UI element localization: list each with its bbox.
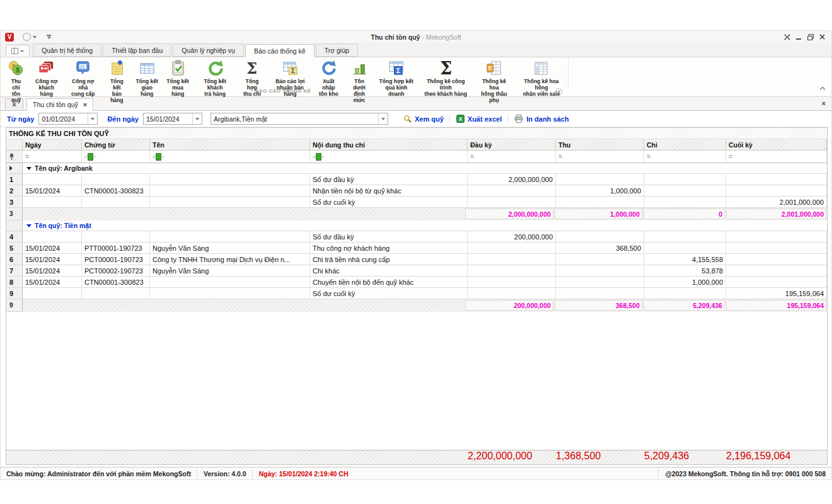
cell-ngay[interactable] [23,174,82,185]
cell-chi[interactable] [644,288,726,299]
group-header-cell[interactable]: Tên quỹ: Tiền mặt [23,220,827,231]
cell-dauky[interactable] [468,185,556,197]
cell-thu[interactable] [556,174,644,185]
cell-cuoiky[interactable]: 2,001,000,000 [726,197,827,208]
autofilter-cell-cuoiky[interactable]: = [726,151,827,163]
menu-tab-quan-tri-he-thong[interactable]: Quản trị hệ thống [33,43,101,57]
cell-cuoiky[interactable] [726,265,827,277]
dropdown-button[interactable] [88,113,97,124]
column-header-thu[interactable]: Thu [556,139,644,150]
collapse-group-icon[interactable] [26,167,32,170]
cell-ngay[interactable]: 15/01/2024 [23,243,82,254]
ribbon-collapse-button[interactable] [820,86,825,91]
ribbon-item-tong-ket-ban-hang[interactable]: Tổng kết bán hàng [102,58,132,104]
cell-thu[interactable] [556,265,644,277]
cell-ten[interactable]: Nguyễn Văn Sáng [150,243,310,254]
cell-noidung[interactable]: Thu công nợ khách hàng [310,243,468,254]
cell-dauky[interactable] [468,197,556,208]
cell-noidung[interactable]: Chuyển tiền nội bộ đến quỹ khác [310,277,468,288]
table-row[interactable]: 515/01/2024PTT00001-190723Nguyễn Văn Sán… [6,243,827,254]
customize-toolbar-button[interactable] [47,35,51,39]
table-row[interactable]: 215/01/2024CTN00001-300823Nhận tiền nội … [6,185,827,197]
table-row[interactable]: 4Số dư đầu kỳ200,000,000 [6,231,827,243]
tab-thu-chi-ton-quy[interactable]: Thu chi tồn quỹ × [26,98,93,111]
cell-dauky[interactable] [468,265,556,277]
cell-ten[interactable] [150,197,310,208]
table-row[interactable]: 615/01/2024PCT00001-190723Công ty TNHH T… [6,254,827,265]
cell-ngay[interactable] [23,231,82,243]
cell-noidung[interactable]: Số dư đầu kỳ [310,231,468,243]
cell-dauky[interactable] [468,243,556,254]
cell-noidung[interactable]: Số dư cuối kỳ [310,197,468,208]
cell-ngay[interactable] [23,288,82,299]
cell-dauky[interactable] [468,277,556,288]
cell-dauky[interactable]: 2,000,000,000 [468,174,556,185]
autofilter-cell-ten[interactable]: ac [150,151,310,163]
cell-chungtu[interactable] [82,197,150,208]
cell-dauky[interactable] [468,254,556,265]
cell-ten[interactable] [150,277,310,288]
ribbon-item-ton-duoi-dinh-muc[interactable]: Tồn dưới định mức [344,58,374,104]
table-row[interactable]: 3Số dư cuối kỳ2,001,000,000 [6,197,827,208]
cell-cuoiky[interactable] [726,277,827,288]
autofilter-cell-chi[interactable]: = [644,151,726,163]
dropdown-button[interactable] [378,113,388,124]
cell-noidung[interactable]: Nhận tiền nội bộ từ quỹ khác [310,185,468,197]
close-document-button[interactable]: × [822,100,826,107]
table-row[interactable]: 9Số dư cuối kỳ195,159,064 [6,288,827,299]
autofilter-cell-thu[interactable]: = [556,151,644,163]
collapse-group-icon[interactable] [26,224,32,227]
minimize-button[interactable] [796,34,802,40]
cell-chi[interactable]: 4,155,558 [644,254,726,265]
menu-tab-quan-ly-nghiep-vu[interactable]: Quản lý nghiệp vụ [173,43,244,57]
restore-button[interactable] [807,34,814,40]
cell-ten[interactable] [150,231,310,243]
cell-noidung[interactable]: Chi trả tiền nhà cung cấp [310,254,468,265]
close-button[interactable] [819,34,825,40]
cell-chungtu[interactable]: PTT00001-190723 [82,243,150,254]
cell-thu[interactable] [556,231,644,243]
menu-tab-tro-giup[interactable]: Trợ giúp [316,43,358,57]
application-menu-button[interactable] [6,45,30,57]
cell-cuoiky[interactable] [726,243,827,254]
cell-ngay[interactable]: 15/01/2024 [23,265,82,277]
in-danh-sach-button[interactable]: In danh sách [509,115,574,123]
cell-ten[interactable]: Nguyễn Văn Sáng [150,265,310,277]
cell-thu[interactable] [556,277,644,288]
cell-ngay[interactable] [23,197,82,208]
autofilter-pin-cell[interactable] [6,151,23,163]
cell-ten[interactable] [150,185,310,197]
cell-chi[interactable] [644,174,726,185]
group-row[interactable]: Tên quỹ: Tiền mặt [6,220,827,231]
close-tab-icon[interactable]: × [83,101,87,108]
cell-chungtu[interactable]: PCT00001-190723 [82,254,150,265]
group-dialog-launcher[interactable] [555,88,562,95]
ribbon-item-thong-ke-hoa-hong-thau-phu[interactable]: EThống kê hoa hồng thầu phụ [473,58,515,104]
cell-cuoiky[interactable] [726,185,827,197]
column-header-chi[interactable]: Chi [644,139,726,150]
cell-chi[interactable] [644,231,726,243]
cell-thu[interactable]: 368,500 [556,243,644,254]
menu-tab-thiet-lap-ban-dau[interactable]: Thiết lập ban đầu [103,43,171,57]
cell-cuoiky[interactable] [726,174,827,185]
cell-cuoiky[interactable] [726,254,827,265]
fund-select[interactable]: Argibank,Tiền mặt [211,113,388,125]
cell-thu[interactable] [556,254,644,265]
table-row[interactable]: 715/01/2024PCT00002-190723Nguyễn Văn Sán… [6,265,827,277]
autofilter-cell-ngay[interactable]: = [23,151,82,163]
cell-ten[interactable]: Công ty TNHH Thương mại Dịch vụ Điện n..… [150,254,310,265]
cell-cuoiky[interactable] [726,231,827,243]
cell-chi[interactable]: 53,878 [644,265,726,277]
cell-ngay[interactable]: 15/01/2024 [23,277,82,288]
cell-noidung[interactable]: Chi khác [310,265,468,277]
from-date-input[interactable]: 01/01/2024 [38,113,98,125]
column-header-noidung[interactable]: Nội dung thu chi [310,139,468,150]
cell-chi[interactable] [644,243,726,254]
cell-thu[interactable] [556,197,644,208]
quick-access-button[interactable] [14,33,37,41]
cell-chi[interactable] [644,197,726,208]
to-date-input[interactable]: 15/01/2024 [143,113,202,125]
group-header-cell[interactable]: Tên quỹ: Argibank [23,163,827,174]
menu-tab-bao-cao-thong-ke[interactable]: Báo cáo thống kê [245,44,315,57]
cell-chi[interactable] [644,185,726,197]
